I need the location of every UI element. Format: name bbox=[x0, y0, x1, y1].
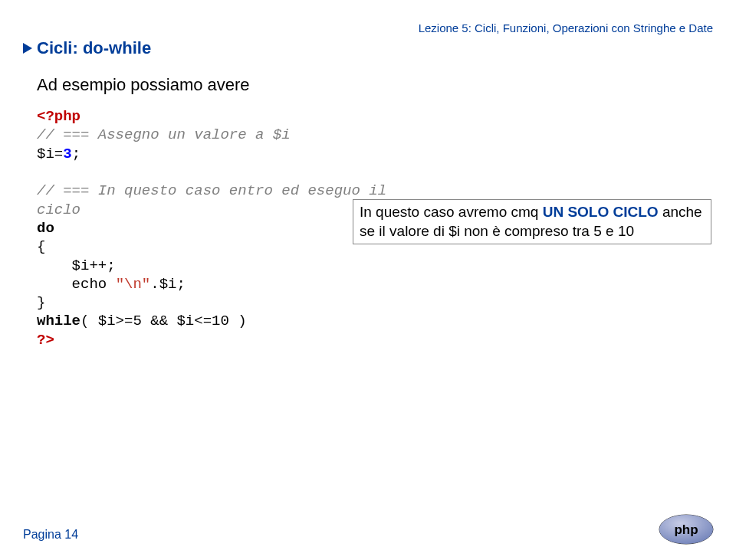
code-kw-while: while bbox=[37, 313, 80, 329]
code-comment-2b: ciclo bbox=[37, 201, 80, 218]
code-body-tail: .$i; bbox=[150, 276, 186, 293]
code-comment-1: // === Assegno un valore a $i bbox=[37, 126, 291, 143]
svg-text:php: php bbox=[674, 522, 698, 537]
code-while-cond: ( $i>=5 && $i<=10 ) bbox=[80, 313, 247, 329]
code-body-inc: $i++; bbox=[37, 257, 116, 274]
callout-box: In questo caso avremo cmq UN SOLO CICLO … bbox=[353, 199, 711, 244]
code-assign-num: 3 bbox=[63, 146, 71, 162]
code-assign-semi: ; bbox=[72, 146, 80, 162]
code-body-str: "\n" bbox=[116, 276, 151, 293]
code-kw-do: do bbox=[37, 220, 54, 237]
code-body-echo: echo bbox=[37, 276, 116, 293]
page-number: Pagina 14 bbox=[23, 528, 78, 542]
triangle-icon bbox=[23, 43, 32, 54]
php-close-tag: ?> bbox=[37, 332, 54, 349]
code-comment-2a: // === In questo caso entro ed eseguo il bbox=[37, 182, 386, 199]
intro-text: Ad esempio possiamo avere bbox=[37, 75, 250, 95]
callout-t1: In questo caso avremo cmq bbox=[360, 204, 543, 220]
callout-emph: UN SOLO CICLO bbox=[543, 204, 659, 220]
code-brace-open: { bbox=[37, 238, 45, 255]
lesson-header: Lezione 5: Cicli, Funzioni, Operazioni c… bbox=[414, 21, 713, 34]
php-logo: php bbox=[658, 513, 715, 549]
php-open-tag: <?php bbox=[37, 108, 80, 125]
code-block: <?php // === Assegno un valore a $i $i=3… bbox=[37, 107, 386, 349]
section-title: Cicli: do-while bbox=[23, 38, 151, 58]
section-title-text: Cicli: do-while bbox=[37, 38, 151, 58]
code-brace-close: } bbox=[37, 294, 45, 311]
code-assign-lhs: $i= bbox=[37, 146, 63, 162]
